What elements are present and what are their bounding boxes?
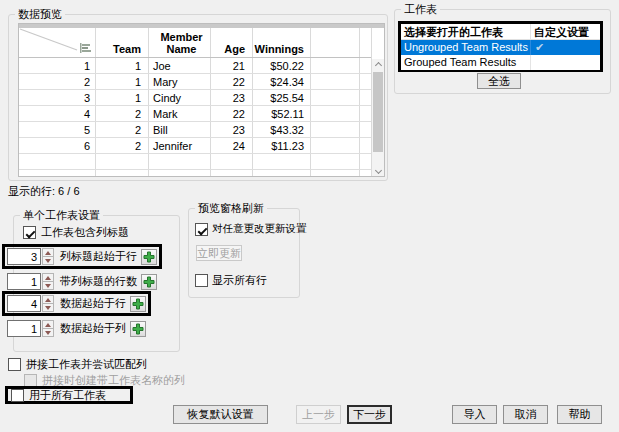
scroll-up-icon[interactable]: [375, 62, 382, 69]
table-row[interactable]: 1 1 Joe 21 $50.22: [19, 58, 384, 74]
header-row-count-spinner[interactable]: [42, 273, 54, 290]
auto-update-checkbox-row[interactable]: 对任意更改更新设置: [195, 222, 307, 236]
spinner-down-icon[interactable]: [42, 329, 54, 337]
data-start-col-input[interactable]: 1: [7, 320, 41, 337]
cell-age: 22: [211, 106, 253, 121]
worksheet-list-highlight-box: 选择要打开的工作表 自定义设置 Ungrouped Team Results ✔…: [398, 21, 603, 72]
select-all-button[interactable]: 全选: [477, 73, 521, 89]
worksheet-item-grouped[interactable]: Grouped Team Results: [401, 55, 600, 70]
spinner-down-icon[interactable]: [42, 304, 54, 312]
cell-age: 24: [211, 138, 253, 153]
previous-button[interactable]: 上一步: [296, 405, 341, 424]
plus-icon: [143, 251, 155, 263]
cell-winnings: $50.22: [253, 58, 311, 73]
spinner-up-icon[interactable]: [42, 273, 54, 282]
spinner-up-icon[interactable]: [42, 295, 54, 304]
spinner-down-icon[interactable]: [42, 282, 54, 290]
checkbox-checked-icon[interactable]: [195, 223, 208, 236]
cell-empty: [311, 138, 360, 153]
spinner-up-icon[interactable]: [42, 248, 54, 257]
spinner-up-icon[interactable]: [42, 320, 54, 329]
scrollbar-thumb[interactable]: [373, 72, 383, 152]
header-select-sheets: 选择要打开的工作表: [401, 24, 531, 39]
worksheets-group: 工作表 选择要打开的工作表 自定义设置 Ungrouped Team Resul…: [394, 9, 611, 94]
all-sheets-checkbox-row[interactable]: 用于所有工作表: [11, 388, 106, 403]
table-row[interactable]: 5 2 Bill 23 $43.32: [19, 122, 384, 138]
table-row[interactable]: 6 2 Jennifer 24 $11.23: [19, 138, 384, 154]
plus-button[interactable]: [141, 274, 157, 290]
worksheet-list-header: 选择要打开的工作表 自定义设置: [401, 24, 600, 40]
custom-settings-check-icon: ✔: [535, 41, 544, 53]
row-number: 5: [19, 122, 96, 137]
plus-icon: [132, 298, 144, 310]
plus-button[interactable]: [130, 321, 146, 337]
auto-update-label: 对任意更改更新设置: [212, 222, 307, 236]
checkbox-unchecked-icon[interactable]: [8, 358, 21, 371]
col-header-winnings[interactable]: Winnings: [253, 28, 311, 57]
cell-age: 22: [211, 74, 253, 89]
cell-empty: [311, 122, 360, 137]
table-row[interactable]: 4 2 Mark 22 $52.11: [19, 106, 384, 122]
concat-sheets-label: 拼接工作表并尝试匹配列: [26, 357, 147, 372]
headers-start-row-label: 列标题起始于行: [60, 249, 137, 264]
row-number: 4: [19, 106, 96, 121]
cell-winnings: $11.23: [253, 138, 311, 153]
show-all-rows-checkbox-row[interactable]: 显示所有行: [195, 273, 267, 288]
cell-name: Mark: [149, 106, 211, 121]
cell-name: Jennifer: [149, 138, 211, 153]
data-preview-group: 数据预览 Team Member Name Age: [8, 14, 388, 181]
checkbox-unchecked-icon[interactable]: [11, 389, 24, 402]
has-column-headers-checkbox-row[interactable]: 工作表包含列标题: [23, 225, 129, 240]
help-button[interactable]: 帮助: [557, 405, 602, 424]
scroll-down-icon[interactable]: [375, 167, 382, 174]
cell-team: 1: [96, 74, 149, 89]
headers-start-row-input[interactable]: 3: [7, 248, 41, 265]
worksheet-item-ungrouped[interactable]: Ungrouped Team Results ✔: [401, 40, 600, 55]
plus-icon: [143, 276, 155, 288]
cancel-button[interactable]: 取消: [503, 405, 548, 424]
cell-age: 23: [211, 90, 253, 105]
import-button[interactable]: 导入: [452, 405, 497, 424]
worksheet-name: Ungrouped Team Results: [401, 40, 531, 55]
show-all-rows-label: 显示所有行: [212, 273, 267, 288]
preview-refresh-group-label: 预览窗格刷新: [195, 202, 267, 215]
cell-name: Mary: [149, 74, 211, 89]
plus-button[interactable]: [130, 296, 146, 312]
cell-empty: [311, 74, 360, 89]
checkbox-checked-icon[interactable]: [23, 226, 36, 239]
concat-sheets-checkbox-row[interactable]: 拼接工作表并尝试匹配列: [8, 357, 147, 372]
next-button[interactable]: 下一步: [347, 405, 392, 424]
cell-team: 2: [96, 138, 149, 153]
restore-defaults-button[interactable]: 恢复默认设置: [173, 405, 268, 424]
cell-age: 23: [211, 122, 253, 137]
row-number: 1: [19, 58, 96, 73]
col-header-team[interactable]: Team: [96, 28, 149, 57]
all-sheets-highlight-box: 用于所有工作表: [5, 386, 133, 404]
cell-empty: [311, 106, 360, 121]
rows-shown-label: 显示的行: 6 / 6: [8, 184, 80, 199]
table-row[interactable]: 3 1 Cindy 23 $25.54: [19, 90, 384, 106]
data-preview-group-label: 数据预览: [15, 8, 65, 21]
update-now-button[interactable]: 立即更新: [196, 245, 242, 261]
data-start-row-spinner[interactable]: [42, 295, 54, 312]
table-row[interactable]: 2 1 Mary 22 $24.34: [19, 74, 384, 90]
cell-name: Cindy: [149, 90, 211, 105]
table-empty-row: [19, 154, 384, 170]
cell-empty: [311, 90, 360, 105]
headers-start-row-spinner[interactable]: [42, 248, 54, 265]
row-number: 3: [19, 90, 96, 105]
cell-team: 1: [96, 58, 149, 73]
cell-winnings: $43.32: [253, 122, 311, 137]
plus-button[interactable]: [141, 249, 157, 265]
spinner-down-icon[interactable]: [42, 257, 54, 265]
header-row-count-input[interactable]: 1: [7, 273, 41, 290]
cell-team: 1: [96, 90, 149, 105]
data-start-row-input[interactable]: 4: [7, 295, 41, 312]
sheet-settings-group-label: 单个工作表设置: [20, 209, 103, 222]
table-vertical-scrollbar[interactable]: [371, 28, 384, 177]
data-start-col-spinner[interactable]: [42, 320, 54, 337]
checkbox-unchecked-icon[interactable]: [195, 274, 208, 287]
row-number: 6: [19, 138, 96, 153]
col-header-member-name[interactable]: Member Name: [149, 28, 211, 57]
col-header-age[interactable]: Age: [211, 28, 253, 57]
